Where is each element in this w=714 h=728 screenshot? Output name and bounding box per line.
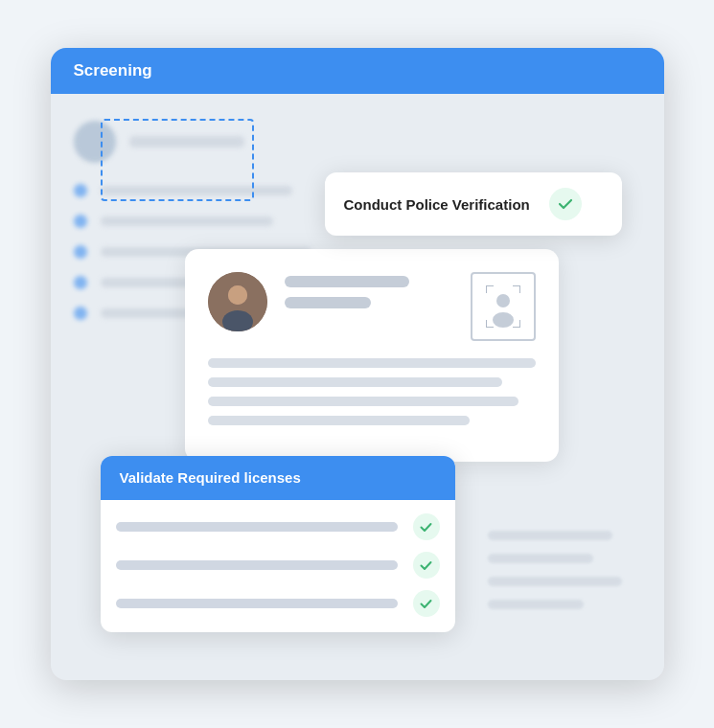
bg-line-2 — [101, 216, 273, 226]
svg-point-5 — [493, 312, 514, 328]
bg-dot-2 — [74, 215, 87, 228]
id-line-2 — [208, 377, 503, 387]
bg-right-line-4 — [488, 600, 584, 609]
validate-card[interactable]: Validate Required licenses — [101, 456, 455, 632]
bg-dot-4 — [74, 276, 87, 289]
validate-row-3 — [116, 590, 440, 617]
bg-right-line-2 — [488, 554, 593, 563]
validate-check-1 — [413, 513, 440, 540]
main-container: Screening Conduct Police — [51, 48, 664, 680]
check-icon-2 — [420, 559, 432, 572]
bg-right-lines — [488, 531, 641, 623]
id-detail-line — [285, 297, 371, 308]
validate-line-2 — [116, 560, 398, 570]
bg-right-line-1 — [488, 531, 612, 540]
bg-dot-1 — [74, 184, 87, 197]
id-card — [185, 249, 559, 462]
id-line-1 — [208, 358, 536, 368]
id-name-area — [285, 272, 453, 318]
police-verification-card[interactable]: Conduct Police Verification — [325, 172, 622, 236]
check-icon-3 — [420, 598, 432, 610]
id-name-line — [285, 276, 409, 287]
id-line-4 — [208, 416, 471, 425]
id-line-3 — [208, 397, 519, 406]
validate-check-3 — [413, 590, 440, 617]
validate-header-text: Validate Required licenses — [120, 469, 301, 486]
id-lines — [208, 358, 536, 425]
svg-point-3 — [228, 285, 247, 305]
validate-header: Validate Required licenses — [101, 456, 455, 500]
avatar-image — [208, 272, 267, 331]
check-icon-1 — [420, 521, 432, 534]
validate-row-2 — [116, 552, 440, 579]
check-icon — [558, 196, 573, 212]
validate-line-1 — [116, 522, 398, 532]
bg-dot-5 — [74, 307, 87, 320]
screening-bar: Screening — [51, 48, 664, 94]
dashed-selection-top — [101, 119, 254, 201]
police-verification-text: Conduct Police Verification — [344, 196, 530, 213]
id-avatar — [208, 272, 267, 331]
id-photo-placeholder — [471, 272, 536, 341]
svg-point-4 — [496, 294, 510, 307]
police-check-circle — [549, 188, 582, 220]
screening-label: Screening — [74, 61, 152, 80]
validate-row-1 — [116, 513, 440, 540]
bg-dot-3 — [74, 245, 87, 259]
person-placeholder-icon — [486, 285, 520, 328]
validate-check-2 — [413, 552, 440, 579]
id-card-top — [208, 272, 536, 341]
validate-line-3 — [116, 599, 398, 608]
validate-body — [101, 500, 455, 632]
bg-right-line-3 — [488, 577, 622, 586]
